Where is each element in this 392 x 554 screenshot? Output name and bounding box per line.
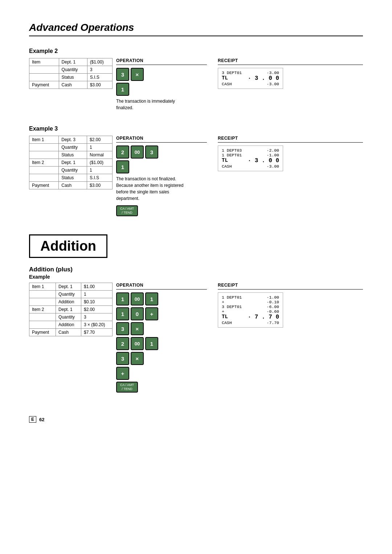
key-1: 1	[116, 160, 129, 173]
addition-table-col: Item 1 Dept. 1 $1.00 Quantity 1 Addition…	[29, 283, 113, 336]
receipt-line-cash: CASH ·3.00	[222, 82, 279, 86]
footer-badge: E	[29, 416, 36, 423]
key-1d: 1	[145, 337, 158, 350]
table-row: Status Normal	[29, 151, 113, 159]
table-row: Item 2 Dept. 1 $2.00	[29, 306, 113, 313]
example3-table: Item 1 Dept. 3 $2.00 Quantity 1 Status N…	[29, 136, 113, 189]
example2-note: The transaction is immediately finalized…	[116, 98, 189, 111]
ca-amt-tend-key: CA / AMT/ TEND	[116, 205, 138, 216]
addition-op-header: OPERATION	[116, 283, 207, 290]
key-x3: ×	[131, 352, 144, 365]
page-title: Advanced Operations	[29, 22, 363, 36]
ca-amt-tend-key2: CA / AMT/ TEND	[116, 382, 138, 393]
example3-operation-col: OPERATION 2 00 3 1 The transaction is no…	[113, 136, 207, 216]
addition-keys-row3: 3 ×	[116, 322, 207, 335]
addition-content: Item 1 Dept. 1 $1.00 Quantity 1 Addition…	[29, 283, 363, 394]
example2-content: Item Dept. 1 ($1.00) Quantity 3 Status S…	[29, 58, 363, 111]
addition-keys-row4: 2 00 1	[116, 337, 207, 350]
example2-table: Item Dept. 1 ($1.00) Quantity 3 Status S…	[29, 58, 113, 89]
addition-receipt-col: RECEIPT 1 DEPT01 ·1.00 + ·0.10 3 DEPT01 …	[207, 283, 363, 328]
receipt-line: + ·0.10	[222, 300, 279, 304]
footer: E 62	[29, 416, 363, 423]
table-row: Item 1 Dept. 1 $1.00	[29, 283, 113, 291]
key-plus1: +	[145, 307, 158, 320]
table-row: Item 2 Dept. 1 ($1.00)	[29, 159, 113, 167]
example2-op-header: OPERATION	[116, 58, 207, 65]
addition-example-heading: Example	[29, 274, 363, 280]
table-row: Payment Cash $7.70	[29, 329, 113, 336]
table-row: Payment Cash $3.00	[29, 182, 113, 189]
example2-table-col: Item Dept. 1 ($1.00) Quantity 3 Status S…	[29, 58, 113, 89]
table-row: Payment Cash $3.00	[29, 81, 113, 89]
addition-plus-heading: Addition (plus)	[29, 266, 363, 273]
example2-keys: 3 ×	[116, 68, 207, 81]
table-row: Quantity 3	[29, 313, 113, 321]
example3-ca-tend: CA / AMT/ TEND	[116, 205, 207, 216]
example2-key2: 1	[116, 83, 207, 96]
key-x: ×	[131, 68, 144, 81]
key-2: 2	[116, 145, 129, 159]
receipt-line-cash: CASH ·7.70	[222, 320, 279, 325]
addition-table: Item 1 Dept. 1 $1.00 Quantity 1 Addition…	[29, 283, 113, 336]
example3-keys-row2: 1	[116, 160, 207, 173]
key-3b: 3	[116, 322, 129, 335]
table-row: Item 1 Dept. 3 $2.00	[29, 136, 113, 144]
addition-ca-tend: CA / AMT/ TEND	[116, 382, 207, 393]
key-plus2: +	[116, 367, 129, 380]
receipt-line: 1 DEPT01 ·1.00	[222, 295, 279, 300]
table-row: Status S.I.S	[29, 74, 113, 81]
key-00b: 00	[131, 337, 144, 350]
example2-receipt: 3 DEPT01 ·3.00 TL · 3 . 0 0 CASH ·3.00	[218, 68, 283, 89]
example3-table-col: Item 1 Dept. 3 $2.00 Quantity 1 Status N…	[29, 136, 113, 189]
receipt-line-tl: TL · 7 . 7 0	[222, 314, 279, 320]
addition-block: Addition Addition (plus) Example Item 1 …	[29, 231, 363, 394]
receipt-line-tl: TL · 3 . 0 0	[222, 157, 279, 164]
table-row: Status S.I.S	[29, 174, 113, 182]
key-3: 3	[116, 68, 129, 81]
example3-keys-row1: 2 00 3	[116, 145, 207, 159]
key-1b: 1	[145, 292, 158, 305]
receipt-line: 3 DEPT01 ·6.00	[222, 304, 279, 309]
table-row: Quantity 1	[29, 144, 113, 151]
receipt-line: + ·0.60	[222, 309, 279, 314]
addition-operation-col: OPERATION 1 00 1 1 0 + 3 × 2 00 1	[113, 283, 207, 394]
key-x2: ×	[131, 322, 144, 335]
table-row: Quantity 1	[29, 291, 113, 298]
example3-receipt-col: RECEIPT 1 DEPT03 ·2.00 1 DEPT01 ·1.00 TL…	[207, 136, 363, 171]
example3-receipt-header: RECEIPT	[218, 136, 363, 143]
addition-keys-row5: 3 ×	[116, 352, 207, 365]
example2-operation-col: OPERATION 3 × 1 The transaction is immed…	[113, 58, 207, 111]
key-1c: 1	[116, 307, 129, 320]
example2-receipt-col: RECEIPT 3 DEPT01 ·3.00 TL · 3 . 0 0 CASH…	[207, 58, 363, 89]
example2-block: Example 2 Item Dept. 1 ($1.00) Quantity …	[29, 48, 363, 111]
receipt-line: 1 DEPT03 ·2.00	[222, 148, 279, 153]
table-row: Quantity 1	[29, 167, 113, 174]
table-row: Addition 3 × ($0.20)	[29, 321, 113, 329]
key-2b: 2	[116, 337, 129, 350]
addition-keys-row6: +	[116, 367, 207, 380]
addition-receipt-header: RECEIPT	[218, 283, 363, 290]
example3-op-header: OPERATION	[116, 136, 207, 143]
receipt-line: 1 DEPT01 ·1.00	[222, 153, 279, 157]
example3-note: The transaction is not finalized. Becaus…	[116, 176, 189, 202]
example3-heading: Example 3	[29, 126, 363, 132]
key-1: 1	[116, 83, 129, 96]
example2-heading: Example 2	[29, 48, 363, 54]
addition-plus-section: Addition (plus) Example	[29, 266, 363, 280]
key-0: 0	[131, 307, 144, 320]
key-00: 00	[131, 292, 144, 305]
key-1: 1	[116, 292, 129, 305]
example3-receipt: 1 DEPT03 ·2.00 1 DEPT01 ·1.00 TL · 3 . 0…	[218, 145, 283, 171]
addition-box: Addition	[29, 234, 107, 258]
table-row: Quantity 3	[29, 66, 113, 74]
example3-content: Item 1 Dept. 3 $2.00 Quantity 1 Status N…	[29, 136, 363, 216]
footer-page-number: 62	[39, 417, 44, 422]
addition-title: Addition	[40, 238, 96, 254]
addition-keys-row1: 1 00 1	[116, 292, 207, 305]
key-3: 3	[145, 145, 158, 159]
addition-receipt: 1 DEPT01 ·1.00 + ·0.10 3 DEPT01 ·6.00 + …	[218, 292, 283, 328]
receipt-line-cash: CASH ·3.00	[222, 164, 279, 169]
key-3c: 3	[116, 352, 129, 365]
addition-keys-row2: 1 0 +	[116, 307, 207, 320]
example3-block: Example 3 Item 1 Dept. 3 $2.00 Quantity …	[29, 126, 363, 216]
